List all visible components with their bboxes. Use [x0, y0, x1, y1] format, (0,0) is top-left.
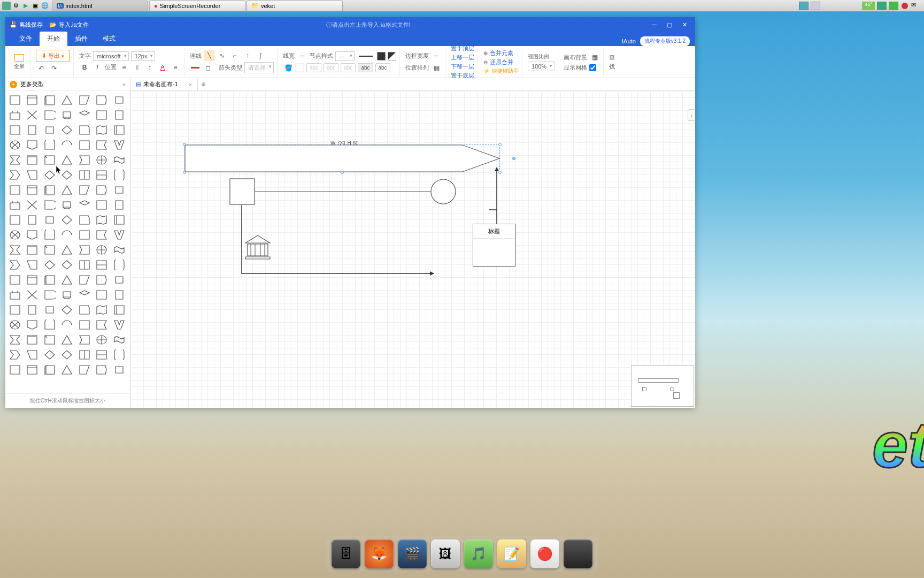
shape-swatch[interactable] — [25, 198, 40, 212]
close-button[interactable]: ✕ — [678, 19, 691, 30]
merge-elements[interactable]: 合并元素 — [490, 49, 513, 57]
shape-swatch[interactable] — [112, 138, 127, 152]
close-panel-button[interactable]: × — [122, 81, 126, 88]
tab-plugin[interactable]: 插件 — [67, 32, 95, 46]
shape-swatch[interactable] — [25, 303, 40, 317]
import-ia-button[interactable]: 📂 导入.ia文件 — [49, 21, 89, 29]
label-style-2[interactable]: abc — [324, 63, 338, 72]
line-width-button[interactable]: ═ — [297, 51, 307, 62]
shape-swatch[interactable] — [59, 258, 74, 272]
italic-button[interactable]: I — [92, 62, 103, 73]
shape-swatch[interactable] — [77, 153, 92, 167]
tools-icon[interactable]: ⚙ — [12, 2, 20, 10]
shape-swatch[interactable] — [112, 153, 127, 167]
shape-swatch[interactable] — [77, 333, 92, 347]
shape-swatch[interactable] — [112, 243, 127, 257]
shape-swatch[interactable] — [7, 273, 22, 287]
shape-swatch[interactable] — [7, 228, 22, 242]
shape-swatch[interactable] — [25, 93, 40, 107]
shape-swatch[interactable] — [77, 168, 92, 182]
shape-swatch[interactable] — [25, 213, 40, 227]
shape-swatch[interactable] — [59, 318, 74, 332]
canvas-viewport[interactable]: W:731 H:60 — [130, 91, 695, 408]
find-label[interactable]: 找 — [609, 63, 615, 71]
dock-media-icon[interactable]: 🎬 — [398, 539, 427, 568]
circle-shape[interactable] — [430, 178, 457, 205]
globe-icon[interactable]: 🌐 — [41, 2, 49, 10]
search-label[interactable]: 查 — [609, 54, 615, 62]
dock-music-icon[interactable]: 🎵 — [464, 539, 493, 568]
shape-swatch[interactable] — [94, 288, 109, 302]
shape-swatch[interactable] — [25, 273, 40, 287]
move-down-layer[interactable]: 下移一层 — [451, 63, 474, 71]
shape-swatch[interactable] — [42, 153, 57, 167]
shape-swatch[interactable] — [112, 123, 127, 137]
dock-firefox-icon[interactable]: 🦊 — [365, 539, 394, 568]
taskbar-item-veket[interactable]: 📁 veket — [247, 1, 343, 11]
shape-swatch[interactable] — [77, 243, 92, 257]
shape-swatch[interactable] — [59, 348, 74, 362]
shape-swatch[interactable] — [42, 258, 57, 272]
title-box-shape[interactable]: 标题 — [473, 224, 515, 267]
shape-swatch[interactable] — [112, 333, 127, 347]
shape-swatch[interactable] — [42, 168, 57, 182]
shape-swatch[interactable] — [112, 108, 127, 122]
shape-swatch[interactable] — [42, 288, 57, 302]
shape-swatch[interactable] — [94, 303, 109, 317]
shape-swatch[interactable] — [42, 318, 57, 332]
shape-swatch[interactable] — [112, 258, 127, 272]
shape-swatch[interactable] — [25, 228, 40, 242]
arrow-type-select[interactable]: 请选择 — [244, 62, 274, 73]
shape-swatch[interactable] — [7, 138, 22, 152]
shape-swatch[interactable] — [77, 318, 92, 332]
taskbar-item-recorder[interactable]: ● SimpleScreenRecorder — [149, 1, 245, 11]
shape-swatch[interactable] — [94, 183, 109, 197]
shape-swatch[interactable] — [59, 198, 74, 212]
label-style-5[interactable]: abc — [375, 63, 390, 72]
node-style-select[interactable]: --- — [335, 51, 355, 61]
shape-swatch[interactable] — [7, 318, 22, 332]
shape-swatch[interactable] — [77, 288, 92, 302]
connector-arrow-2[interactable] — [493, 167, 500, 224]
shape-swatch[interactable] — [94, 198, 109, 212]
shape-swatch[interactable] — [112, 93, 127, 107]
fullscreen-button[interactable]: 全屏 — [12, 52, 27, 72]
shape-swatch[interactable] — [77, 363, 92, 377]
dock-files-icon[interactable]: 🗄 — [332, 539, 360, 568]
fill-white-swatch[interactable] — [296, 64, 304, 72]
shape-swatch[interactable] — [112, 273, 127, 287]
tray-record-icon[interactable] — [902, 3, 908, 9]
show-grid-checkbox[interactable] — [589, 64, 596, 71]
font-family-select[interactable]: microsoft — [93, 51, 129, 61]
shape-swatch[interactable] — [59, 108, 74, 122]
shape-swatch[interactable] — [77, 228, 92, 242]
move-up-layer[interactable]: 上移一层 — [451, 54, 474, 62]
shape-swatch[interactable] — [112, 318, 127, 332]
shape-swatch[interactable] — [7, 183, 22, 197]
text-height-button[interactable]: ↕ — [144, 62, 155, 73]
shape-swatch[interactable] — [7, 243, 22, 257]
canvas-bg-button[interactable]: ▦ — [589, 52, 600, 63]
tray-battery-icon[interactable] — [889, 2, 898, 10]
line-dark-swatch[interactable] — [377, 52, 386, 60]
shape-swatch[interactable] — [42, 333, 57, 347]
connector-line-1[interactable] — [255, 191, 432, 193]
shape-swatch[interactable] — [77, 303, 92, 317]
restore-merge[interactable]: 还原合并 — [490, 58, 513, 66]
shape-swatch[interactable] — [112, 213, 127, 227]
shape-swatch[interactable] — [94, 93, 109, 107]
shape-swatch[interactable] — [94, 213, 109, 227]
tray-desktop-icon[interactable] — [811, 2, 820, 10]
shape-swatch[interactable] — [59, 288, 74, 302]
shape-swatch[interactable] — [94, 243, 109, 257]
shape-swatch[interactable] — [42, 363, 57, 377]
shape-swatch[interactable] — [7, 168, 22, 182]
shape-swatch[interactable] — [59, 123, 74, 137]
shape-swatch[interactable] — [94, 108, 109, 122]
shape-swatch[interactable] — [59, 213, 74, 227]
zoom-select[interactable]: 100% — [528, 62, 555, 71]
align-v-middle-button[interactable]: ⫴ — [132, 62, 142, 73]
shape-swatch[interactable] — [25, 243, 40, 257]
shape-swatch[interactable] — [42, 198, 57, 212]
connector-stub[interactable] — [489, 209, 497, 211]
